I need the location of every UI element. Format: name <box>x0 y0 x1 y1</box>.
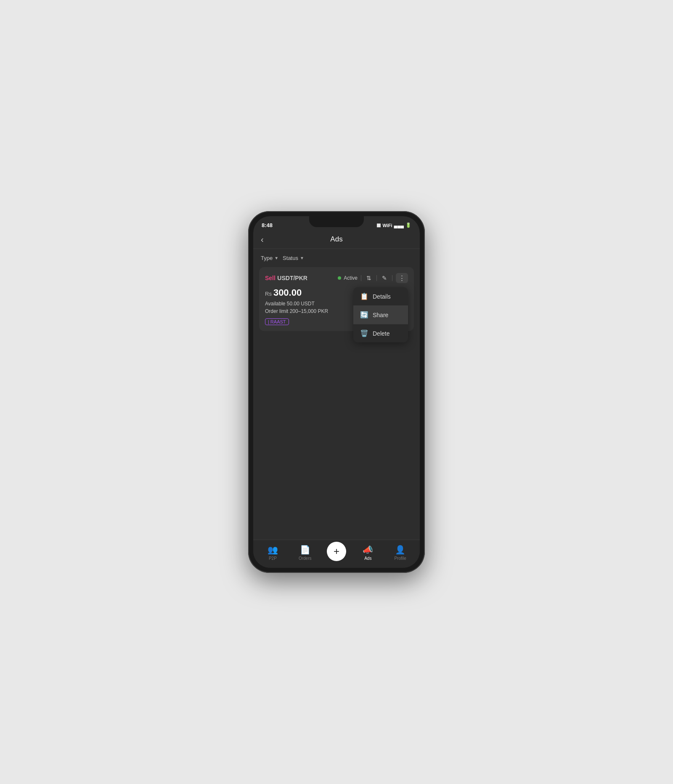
phone-screen: 8:48 ▦ WiFi ▄▄▄ 🔋 ‹ Ads Type ▼ Status ▼ <box>253 216 420 568</box>
add-button[interactable]: + <box>327 542 346 561</box>
type-filter-button[interactable]: Type ▼ <box>261 255 278 261</box>
filter-row: Type ▼ Status ▼ <box>253 249 420 265</box>
action-divider-2 <box>376 275 377 281</box>
context-item-share[interactable]: 🔄 Share <box>353 306 408 324</box>
currency-symbol: Rs <box>265 291 272 297</box>
active-status-label: Active <box>344 275 358 281</box>
context-menu: 📋 Details 🔄 Share 🗑️ Delete <box>353 287 408 342</box>
active-dot-icon <box>338 276 341 280</box>
ad-pair-label: USDT/PKR <box>277 275 307 281</box>
toggle-button[interactable]: ⇅ <box>365 274 373 282</box>
action-divider-1 <box>361 275 361 281</box>
ads-icon: 📣 <box>363 545 373 555</box>
orders-icon: 📄 <box>300 545 310 555</box>
order-limit-value: 200–15,000 PKR <box>290 308 328 314</box>
status-time: 8:48 <box>262 222 273 228</box>
delete-label: Delete <box>373 330 389 337</box>
status-filter-label: Status <box>283 255 298 261</box>
type-filter-label: Type <box>261 255 273 261</box>
price-value: 300.00 <box>273 287 302 298</box>
signal-icon: ▄▄▄ <box>394 223 404 228</box>
type-filter-arrow: ▼ <box>274 256 278 260</box>
ad-sell-label: Sell <box>265 275 276 281</box>
tag-dot: | <box>268 319 269 324</box>
share-label: Share <box>373 312 388 318</box>
nav-item-p2p[interactable]: 👥 P2P <box>262 545 283 561</box>
bottom-nav: 👥 P2P 📄 Orders + 📣 Ads 👤 Profile <box>253 540 420 568</box>
payment-tag: | RAAST <box>265 318 289 325</box>
cellular-icon: ▦ <box>376 222 381 228</box>
nav-item-profile[interactable]: 👤 Profile <box>390 545 411 561</box>
profile-label: Profile <box>394 556 406 561</box>
available-label: Available <box>265 301 285 307</box>
page-title: Ads <box>330 235 342 244</box>
header: ‹ Ads <box>253 231 420 249</box>
status-icons: ▦ WiFi ▄▄▄ 🔋 <box>376 222 411 228</box>
more-options-button[interactable]: ⋮ <box>396 273 408 283</box>
available-value: 50.00 USDT <box>287 301 315 307</box>
context-item-delete[interactable]: 🗑️ Delete <box>353 324 408 342</box>
back-button[interactable]: ‹ <box>261 235 264 244</box>
p2p-label: P2P <box>269 556 277 561</box>
content-area: Sell USDT/PKR Active ⇅ ✎ ⋮ <box>253 265 420 540</box>
nav-item-orders[interactable]: 📄 Orders <box>294 545 315 561</box>
share-icon: 🔄 <box>360 311 368 319</box>
notch <box>309 216 364 227</box>
orders-label: Orders <box>299 556 312 561</box>
wifi-icon: WiFi <box>382 223 392 228</box>
ad-card-header: Sell USDT/PKR Active ⇅ ✎ ⋮ <box>265 273 408 283</box>
battery-icon: 🔋 <box>405 222 411 228</box>
delete-icon: 🗑️ <box>360 329 368 337</box>
profile-icon: 👤 <box>395 545 405 555</box>
edit-button[interactable]: ✎ <box>380 274 389 282</box>
ad-actions: Active ⇅ ✎ ⋮ <box>338 273 408 283</box>
ad-type-pair: Sell USDT/PKR <box>265 274 307 282</box>
action-divider-3 <box>392 275 392 281</box>
ads-label: Ads <box>364 556 371 561</box>
context-item-details[interactable]: 📋 Details <box>353 287 408 306</box>
p2p-icon: 👥 <box>268 545 278 555</box>
details-label: Details <box>373 293 391 300</box>
ad-card: Sell USDT/PKR Active ⇅ ✎ ⋮ <box>259 267 414 331</box>
status-filter-arrow: ▼ <box>300 256 304 260</box>
status-filter-button[interactable]: Status ▼ <box>283 255 304 261</box>
tag-label: RAAST <box>270 319 286 324</box>
phone-frame: 8:48 ▦ WiFi ▄▄▄ 🔋 ‹ Ads Type ▼ Status ▼ <box>248 211 425 573</box>
order-limit-label: Order limit <box>265 308 288 314</box>
nav-item-ads[interactable]: 📣 Ads <box>358 545 379 561</box>
details-icon: 📋 <box>360 292 368 300</box>
